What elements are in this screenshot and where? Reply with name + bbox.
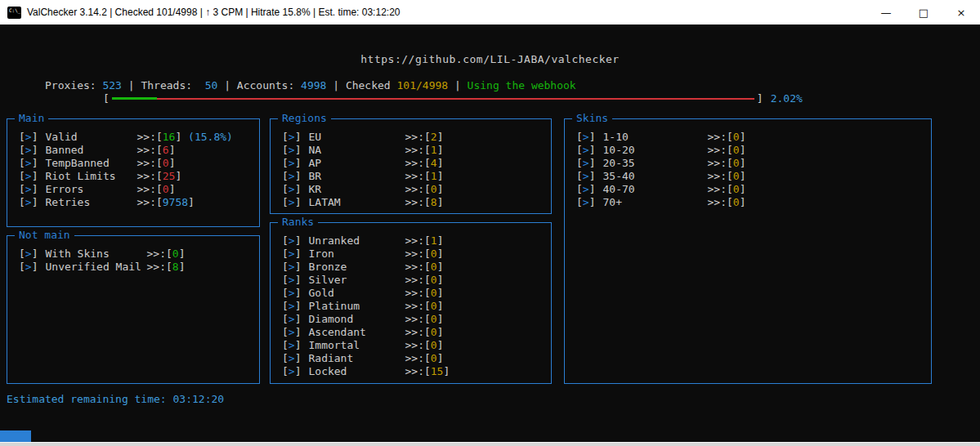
row-value: >>:[0]	[707, 131, 745, 144]
progress-bar: [ ] 2.02%	[103, 92, 803, 105]
main-stats-box: Main [>]Valid>>:[16] (15.8%)[>]Banned>>:…	[7, 118, 260, 227]
row-label: Silver	[308, 274, 405, 287]
window-controls: — □ ×	[867, 0, 980, 25]
row-marker-icon: [>]	[282, 352, 301, 365]
row-value: >>:[25]	[136, 170, 181, 183]
regions-box-title: Regions	[278, 112, 331, 124]
ranks-box-rows: [>]Unranked>>:[1][>]Iron>>:[0][>]Bronze>…	[271, 223, 551, 378]
stat-row: [>]Riot Limits>>:[25]	[19, 170, 251, 183]
row-value: >>:[4]	[405, 157, 443, 170]
progress-close-bracket: ]	[757, 92, 763, 105]
stats-line: Proxies: 523 | Threads: 50 | Accounts: 4…	[45, 79, 576, 91]
stat-row: [>]Iron>>:[0]	[282, 248, 543, 261]
app-window: C:\_ ValChecker 3.14.2 | Checked 101/499…	[0, 0, 980, 446]
row-marker-icon: [>]	[576, 157, 595, 170]
row-marker-icon: [>]	[576, 183, 595, 196]
progress-percent: 2.02%	[771, 92, 803, 105]
row-label: AP	[308, 157, 405, 170]
row-value: >>:[0]	[405, 183, 443, 196]
maximize-button[interactable]: □	[905, 0, 942, 25]
row-marker-icon: [>]	[19, 183, 38, 196]
row-value: >>:[1]	[405, 144, 443, 157]
close-button[interactable]: ×	[942, 0, 980, 25]
row-label: TempBanned	[45, 157, 136, 170]
close-icon: ×	[957, 7, 966, 19]
row-label: Immortal	[308, 339, 405, 352]
not-main-box-title: Not main	[15, 229, 74, 241]
stat-segment: | Threads:	[122, 79, 205, 91]
stat-row: [>]LATAM>>:[8]	[282, 196, 543, 209]
row-value: >>:[8]	[146, 261, 185, 274]
stat-row: [>]40-70>>:[0]	[576, 183, 923, 196]
stat-segment: | Checked	[326, 79, 396, 91]
row-label: Gold	[308, 287, 405, 300]
stat-row: [>]TempBanned>>:[0]	[19, 157, 251, 170]
stat-row: [>]Unranked>>:[1]	[282, 234, 543, 248]
row-marker-icon: [>]	[282, 170, 301, 183]
stat-row: [>]Radiant>>:[0]	[282, 352, 543, 365]
stat-row: [>]EU>>:[2]	[282, 131, 543, 144]
row-marker-icon: [>]	[576, 131, 595, 144]
row-marker-icon: [>]	[282, 287, 301, 300]
stat-row: [>]Silver>>:[0]	[282, 274, 543, 287]
row-value: >>:[0]	[405, 313, 443, 326]
row-marker-icon: [>]	[19, 248, 38, 261]
not-main-stats-box: Not main [>]With Skins>>:[0][>]Unverifie…	[7, 235, 260, 384]
stat-row: [>]20-35>>:[0]	[576, 157, 923, 170]
row-value: >>:[0]	[405, 352, 443, 365]
row-label: Platinum	[308, 300, 405, 313]
row-value: >>:[2]	[405, 131, 443, 144]
row-value: >>:[1]	[405, 170, 443, 183]
stat-segment: Using the webhook	[468, 79, 576, 91]
row-marker-icon: [>]	[282, 274, 301, 287]
row-marker-icon: [>]	[282, 131, 301, 144]
stat-row: [>]Diamond>>:[0]	[282, 313, 543, 326]
console-app-icon: C:\_	[7, 7, 21, 19]
row-marker-icon: [>]	[19, 131, 38, 144]
row-label: Diamond	[308, 313, 405, 326]
row-label: LATAM	[308, 196, 405, 209]
row-label: With Skins	[45, 248, 146, 261]
title-bar[interactable]: C:\_ ValChecker 3.14.2 | Checked 101/499…	[0, 0, 980, 25]
row-marker-icon: [>]	[282, 339, 301, 352]
window-bottom-edge	[0, 442, 980, 446]
stat-segment: | Accounts:	[217, 79, 301, 91]
minimize-button[interactable]: —	[867, 0, 905, 25]
row-value: >>:[0]	[707, 170, 745, 183]
stat-segment: 523	[102, 79, 121, 91]
stat-row: [>]Retries>>:[9758]	[19, 196, 251, 209]
progress-done-segment	[112, 97, 157, 100]
row-marker-icon: [>]	[282, 157, 301, 170]
row-marker-icon: [>]	[282, 196, 301, 209]
row-label: Errors	[45, 183, 136, 196]
stat-row: [>]Locked>>:[15]	[282, 365, 543, 378]
repo-url: https://github.com/LIL-JABA/valchecker	[0, 53, 980, 65]
row-value: >>:[8]	[405, 196, 443, 209]
row-marker-icon: [>]	[576, 196, 595, 209]
console-area[interactable]: https://github.com/LIL-JABA/valchecker P…	[0, 25, 980, 442]
row-label: Unranked	[308, 234, 405, 248]
row-label: EU	[308, 131, 405, 144]
stat-segment: |	[448, 79, 467, 91]
stat-row: [>]Bronze>>:[0]	[282, 261, 543, 274]
progress-track	[112, 93, 754, 105]
row-marker-icon: [>]	[19, 170, 38, 183]
stat-row: [>]Valid>>:[16] (15.8%)	[19, 131, 251, 144]
stat-row: [>]10-20>>:[0]	[576, 144, 923, 157]
main-box-rows: [>]Valid>>:[16] (15.8%)[>]Banned>>:[6][>…	[7, 119, 259, 209]
row-value: >>:[0]	[707, 196, 745, 209]
stat-row: [>]Unverified Mail>>:[8]	[19, 261, 251, 274]
row-value: >>:[9758]	[136, 196, 194, 209]
stat-segment: 4998	[301, 79, 326, 91]
row-marker-icon: [>]	[282, 248, 301, 261]
stat-row: [>]KR>>:[0]	[282, 183, 543, 196]
row-label: 70+	[602, 196, 707, 209]
row-label: Banned	[45, 144, 136, 157]
regions-box-rows: [>]EU>>:[2][>]NA>>:[1][>]AP>>:[4][>]BR>>…	[271, 119, 551, 209]
row-label: Locked	[308, 365, 405, 378]
stat-row: [>]Ascendant>>:[0]	[282, 326, 543, 339]
console-cursor-block	[0, 430, 31, 442]
row-value: >>:[0]	[405, 274, 443, 287]
row-value: >>:[0]	[405, 261, 443, 274]
row-label: KR	[308, 183, 405, 196]
